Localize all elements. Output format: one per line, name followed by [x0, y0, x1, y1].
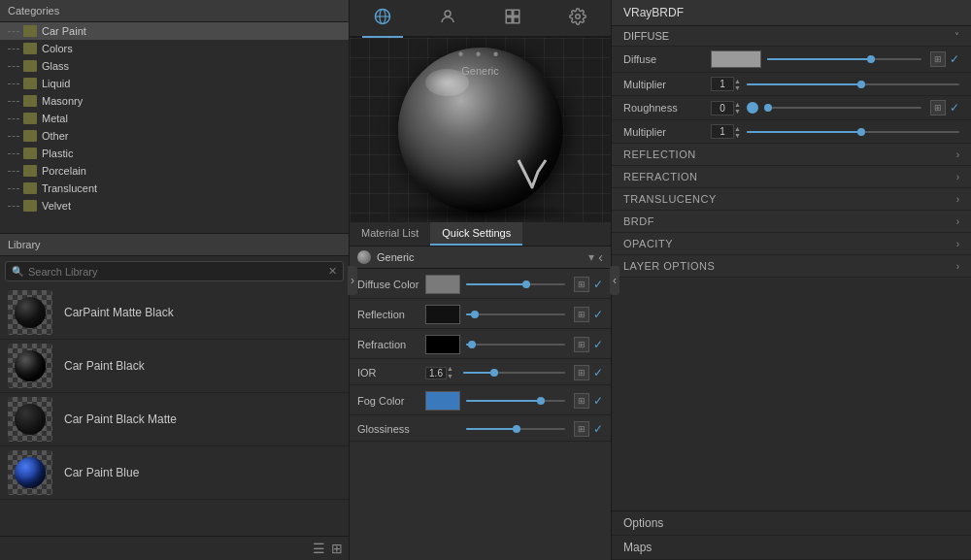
shadow-ellipse: [376, 203, 585, 222]
left-panel-toggle[interactable]: ›: [348, 266, 357, 295]
qs-ior-slider[interactable]: [463, 372, 565, 374]
tree-item-colors[interactable]: Colors: [0, 40, 349, 57]
refraction-section[interactable]: REFRACTION ›: [612, 166, 971, 188]
grid-view-icon[interactable]: ⊞: [331, 541, 343, 556]
map-icon[interactable]: ⊞: [930, 100, 946, 115]
check-icon[interactable]: ✓: [593, 394, 603, 408]
tree-item-metal[interactable]: Metal: [0, 110, 349, 127]
clear-icon[interactable]: ✕: [328, 265, 337, 278]
folder-icon: [23, 78, 37, 89]
tree-list: Car Paint Colors Glass Liquid Masonry: [0, 22, 349, 233]
opacity-chevron: ›: [956, 239, 959, 249]
mult2-up[interactable]: ▲: [734, 125, 741, 132]
list-item[interactable]: Car Paint Blue: [0, 446, 349, 500]
brdf-multiplier2-slider[interactable]: [747, 131, 959, 133]
material-name: Car Paint Black Matte: [64, 412, 177, 426]
map-icon[interactable]: ⊞: [574, 307, 589, 322]
qs-fog-slider[interactable]: [466, 400, 565, 402]
list-item[interactable]: Car Paint Black: [0, 340, 349, 393]
tree-item-liquid[interactable]: Liquid: [0, 75, 349, 92]
check-icon[interactable]: ✓: [950, 101, 959, 115]
tree-line: [8, 153, 19, 154]
map-icon[interactable]: ⊞: [574, 337, 589, 352]
brdf-roughness-slider[interactable]: [764, 107, 921, 109]
reflection-section[interactable]: REFLECTION ›: [612, 144, 971, 166]
roughness-up[interactable]: ▲: [734, 101, 741, 108]
check-icon[interactable]: ✓: [593, 278, 603, 291]
material-dropdown-arrow[interactable]: ▾: [588, 250, 594, 264]
check-icon[interactable]: ✓: [593, 308, 603, 321]
brdf-label: BRDF: [623, 215, 654, 227]
list-view-icon[interactable]: ☰: [313, 541, 325, 556]
mult2-down[interactable]: ▼: [734, 132, 741, 139]
brdf-multiplier1-row: Multiplier ▲ ▼: [612, 73, 971, 96]
qs-diffuse-color-row: Diffuse Color ⊞ ✓: [350, 269, 611, 299]
map-icon[interactable]: ⊞: [574, 365, 589, 380]
mult1-up[interactable]: ▲: [734, 78, 741, 84]
search-input[interactable]: [28, 266, 328, 278]
tab-quick-settings[interactable]: Quick Settings: [430, 222, 522, 246]
brdf-roughness-input[interactable]: [711, 101, 734, 115]
tree-line: [8, 66, 19, 67]
maps-label: Maps: [623, 541, 652, 554]
qs-reflection-row: Reflection ⊞ ✓: [350, 299, 611, 329]
brdf-multiplier2-input[interactable]: [711, 124, 734, 139]
tree-item-label: Velvet: [42, 200, 71, 212]
mult1-down[interactable]: ▼: [734, 84, 741, 91]
check-icon[interactable]: ✓: [593, 338, 603, 351]
tree-item-other[interactable]: Other: [0, 127, 349, 145]
opacity-section[interactable]: OPACITY ›: [612, 233, 971, 255]
check-icon[interactable]: ✓: [950, 52, 959, 66]
tree-item-translucent[interactable]: Translucent: [0, 180, 349, 197]
options-section: Options Maps: [612, 511, 971, 560]
tab-settings[interactable]: [557, 4, 598, 32]
brdf-chevron: ›: [956, 216, 959, 227]
tree-item-glass[interactable]: Glass: [0, 57, 349, 75]
folder-icon: [23, 182, 37, 194]
diffuse-section-header[interactable]: DIFFUSE ˅: [612, 26, 971, 47]
qs-refraction-color-box[interactable]: [425, 335, 460, 354]
qs-diffuse-slider[interactable]: [466, 283, 565, 285]
qs-reflection-color-box[interactable]: [425, 305, 460, 324]
tree-item-masonry[interactable]: Masonry: [0, 92, 349, 110]
qs-reflection-slider[interactable]: [466, 313, 565, 315]
qs-glossiness-slider[interactable]: [466, 428, 565, 430]
qs-ior-down[interactable]: ▼: [447, 373, 453, 380]
tree-item-porcelain[interactable]: Porcelain: [0, 162, 349, 180]
brdf-multiplier1-input[interactable]: [711, 77, 734, 91]
translucency-section[interactable]: TRANSLUCENCY ›: [612, 188, 971, 211]
roughness-down[interactable]: ▼: [734, 108, 741, 115]
list-item[interactable]: Car Paint Black Matte: [0, 393, 349, 446]
tree-item-velvet[interactable]: Velvet: [0, 197, 349, 214]
brdf-subsection[interactable]: BRDF ›: [612, 211, 971, 233]
check-icon[interactable]: ✓: [593, 422, 603, 436]
map-icon[interactable]: ⊞: [574, 421, 589, 437]
map-icon[interactable]: ⊞: [574, 393, 589, 409]
collapse-arrow[interactable]: ‹: [598, 249, 603, 265]
material-thumbnail: [8, 450, 52, 495]
qs-ior-input[interactable]: [425, 367, 447, 379]
tree-item-plastic[interactable]: Plastic: [0, 145, 349, 162]
tab-person[interactable]: [427, 4, 468, 32]
check-icon[interactable]: ✓: [593, 366, 603, 379]
options-row[interactable]: Options: [612, 511, 971, 536]
qs-refraction-slider[interactable]: [466, 344, 565, 346]
tab-grid[interactable]: [492, 4, 533, 32]
brdf-diffuse-slider[interactable]: [767, 58, 921, 60]
map-icon[interactable]: ⊞: [574, 277, 589, 292]
brdf-diffuse-color[interactable]: [711, 50, 761, 68]
tree-item-carpaint[interactable]: Car Paint: [0, 22, 349, 40]
mid-panel-toggle[interactable]: ‹: [610, 266, 619, 295]
roughness-circle[interactable]: [747, 102, 758, 114]
tab-globe[interactable]: [362, 4, 403, 32]
qs-diffuse-color-box[interactable]: [425, 275, 460, 294]
brdf-multiplier1-slider[interactable]: [747, 83, 959, 85]
qs-ior-up[interactable]: ▲: [447, 365, 453, 373]
maps-row[interactable]: Maps: [612, 536, 971, 560]
list-item[interactable]: CarPaint Matte Black: [0, 286, 349, 340]
tab-material-list[interactable]: Material List: [350, 222, 430, 246]
map-icon[interactable]: ⊞: [930, 51, 946, 67]
layer-options-section[interactable]: LAYER OPTIONS ›: [612, 255, 971, 278]
qs-ior-spinners: ▲ ▼: [447, 365, 453, 380]
qs-fog-color-box[interactable]: [425, 391, 460, 411]
